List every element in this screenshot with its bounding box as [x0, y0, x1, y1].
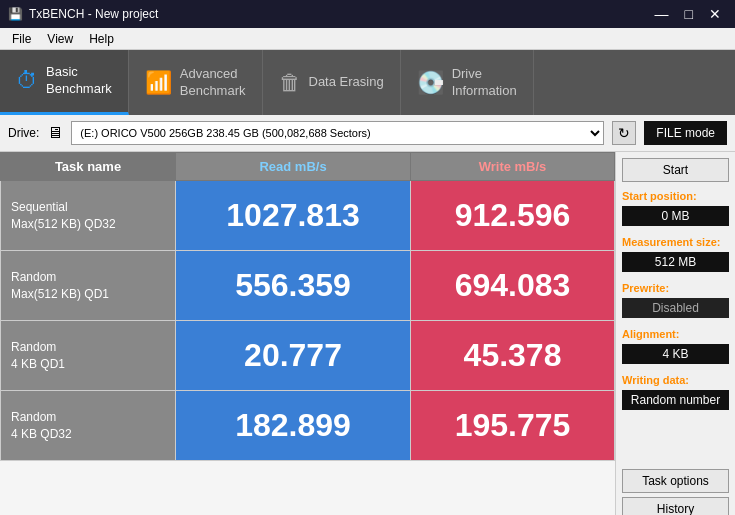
tab-data-erasing[interactable]: 🗑 Data Erasing — [263, 50, 401, 115]
col-header-task: Task name — [1, 153, 176, 181]
menu-file[interactable]: File — [4, 30, 39, 48]
read-value-cell: 556.359 — [176, 251, 411, 321]
task-cell: RandomMax(512 KB) QD1 — [1, 251, 176, 321]
drive-refresh-button[interactable]: ↻ — [612, 121, 636, 145]
minimize-button[interactable]: — — [649, 6, 675, 22]
task-cell: SequentialMax(512 KB) QD32 — [1, 181, 176, 251]
table-row: SequentialMax(512 KB) QD32 1027.813 912.… — [1, 181, 615, 251]
write-value-cell: 694.083 — [411, 251, 615, 321]
title-bar-controls: — □ ✕ — [649, 6, 727, 22]
tab-drive-information[interactable]: 💽 DriveInformation — [401, 50, 534, 115]
col-header-write: Write mB/s — [411, 153, 615, 181]
write-value-cell: 912.596 — [411, 181, 615, 251]
drive-information-label: DriveInformation — [452, 66, 517, 100]
writing-data-label: Writing data: — [622, 374, 729, 386]
alignment-value: 4 KB — [622, 344, 729, 364]
drive-select[interactable]: (E:) ORICO V500 256GB 238.45 GB (500,082… — [71, 121, 604, 145]
menu-help[interactable]: Help — [81, 30, 122, 48]
erase-icon: 🗑 — [279, 70, 301, 96]
title-bar: 💾 TxBENCH - New project — □ ✕ — [0, 0, 735, 28]
main-area: Task name Read mB/s Write mB/s Sequentia… — [0, 152, 735, 515]
basic-benchmark-label: BasicBenchmark — [46, 64, 112, 98]
toolbar: ⏱ BasicBenchmark 📶 AdvancedBenchmark 🗑 D… — [0, 50, 735, 115]
start-button[interactable]: Start — [622, 158, 729, 182]
menu-bar: File View Help — [0, 28, 735, 50]
alignment-label: Alignment: — [622, 328, 729, 340]
table-row: Random4 KB QD1 20.777 45.378 — [1, 321, 615, 391]
measurement-size-label: Measurement size: — [622, 236, 729, 248]
file-mode-button[interactable]: FILE mode — [644, 121, 727, 145]
clock-icon: ⏱ — [16, 68, 38, 94]
writing-data-value: Random number — [622, 390, 729, 410]
tab-advanced-benchmark[interactable]: 📶 AdvancedBenchmark — [129, 50, 263, 115]
chart-icon: 📶 — [145, 70, 172, 96]
read-value-cell: 1027.813 — [176, 181, 411, 251]
start-position-value: 0 MB — [622, 206, 729, 226]
history-button[interactable]: History — [622, 497, 729, 515]
app-icon: 💾 — [8, 7, 23, 21]
advanced-benchmark-label: AdvancedBenchmark — [180, 66, 246, 100]
title-bar-left: 💾 TxBENCH - New project — [8, 7, 158, 21]
drive-label: Drive: — [8, 126, 39, 140]
maximize-button[interactable]: □ — [679, 6, 699, 22]
table-row: RandomMax(512 KB) QD1 556.359 694.083 — [1, 251, 615, 321]
drive-icon: 💽 — [417, 70, 444, 96]
benchmark-table-panel: Task name Read mB/s Write mB/s Sequentia… — [0, 152, 615, 515]
table-row: Random4 KB QD32 182.899 195.775 — [1, 391, 615, 461]
menu-view[interactable]: View — [39, 30, 81, 48]
task-cell: Random4 KB QD32 — [1, 391, 176, 461]
start-position-label: Start position: — [622, 190, 729, 202]
prewrite-label: Prewrite: — [622, 282, 729, 294]
drive-bar: Drive: 🖥 (E:) ORICO V500 256GB 238.45 GB… — [0, 115, 735, 152]
tab-basic-benchmark[interactable]: ⏱ BasicBenchmark — [0, 50, 129, 115]
task-options-button[interactable]: Task options — [622, 469, 729, 493]
measurement-size-value: 512 MB — [622, 252, 729, 272]
data-erasing-label: Data Erasing — [309, 74, 384, 91]
read-value-cell: 182.899 — [176, 391, 411, 461]
right-panel: Start Start position: 0 MB Measurement s… — [615, 152, 735, 515]
col-header-read: Read mB/s — [176, 153, 411, 181]
benchmark-table: Task name Read mB/s Write mB/s Sequentia… — [0, 152, 615, 461]
app-title: TxBENCH - New project — [29, 7, 158, 21]
close-button[interactable]: ✕ — [703, 6, 727, 22]
prewrite-value: Disabled — [622, 298, 729, 318]
write-value-cell: 195.775 — [411, 391, 615, 461]
drive-icon-small: 🖥 — [47, 124, 63, 142]
task-cell: Random4 KB QD1 — [1, 321, 176, 391]
read-value-cell: 20.777 — [176, 321, 411, 391]
write-value-cell: 45.378 — [411, 321, 615, 391]
